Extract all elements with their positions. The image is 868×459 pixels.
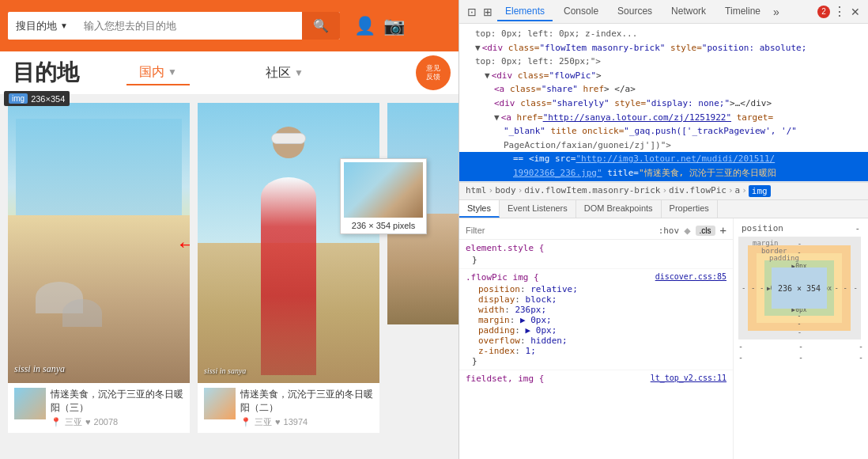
box-minus-row-2: - - - — [738, 353, 863, 362]
tab-elements[interactable]: Elements — [497, 2, 553, 21]
img-preview-box — [344, 162, 423, 218]
hov-button[interactable]: :hov — [659, 226, 680, 236]
css-panel: :hov ◆ .cls + element.style { } .flowPic… — [459, 218, 734, 459]
tab-dom-breakpoints[interactable]: DOM Breakpoints — [576, 200, 662, 218]
box-content-layer: 236 × 354 — [772, 267, 827, 309]
top-bar: 搜目的地 ▼ 🔍 👤 📷 — [0, 0, 459, 51]
tab-console[interactable]: Console — [556, 2, 606, 21]
tab-styles[interactable]: Styles — [459, 200, 500, 218]
margin-right: - — [843, 284, 847, 292]
card-title-1: 情迷美食，沉沦于三亚的冬日暖阳（三） — [51, 388, 183, 415]
search-button[interactable]: 🔍 — [302, 12, 340, 40]
position-minus: - — [855, 223, 860, 233]
card-info-1: 情迷美食，沉沦于三亚的冬日暖阳（三） 📍 三亚 ♥ 20078 — [8, 383, 190, 433]
padding-label: padding — [769, 254, 799, 262]
css-rule-flowpic: .flowPic img { discover.css:85 position:… — [459, 269, 733, 370]
card-info-2: 情迷美食，沉沦于三亚的冬日暖阳（二） 📍 三亚 ♥ 13974 — [198, 383, 379, 433]
camera-icon[interactable]: 📷 — [383, 16, 405, 36]
bc-div1[interactable]: div.flowItem.masonry-brick — [524, 185, 660, 197]
card-thumb-2 — [204, 388, 236, 419]
css-rule-fieldset: fieldset, img { lt_top_v2.css:11 — [459, 370, 733, 387]
position-left: - — [742, 284, 745, 292]
tab-network[interactable]: Network — [663, 2, 714, 21]
like-icon-2: ♥ — [275, 417, 281, 427]
devtools-menu-icon[interactable]: ⋮ — [833, 4, 846, 19]
chevron-down-icon-2: ▼ — [294, 67, 304, 78]
box-minus-row-1: - - - — [738, 342, 863, 351]
devtools-icon-1[interactable]: ⊡ — [466, 4, 478, 20]
styles-body: :hov ◆ .cls + element.style { } .flowPic… — [459, 218, 868, 459]
top-icons: 👤 📷 — [354, 16, 405, 36]
cls-button[interactable]: .cls — [696, 226, 715, 236]
nav-bar: 目的地 国内 ▼ 社区 ▼ 意见 反馈 — [0, 51, 459, 95]
tab-event-listeners[interactable]: Event Listeners — [500, 200, 576, 218]
css-prop: z-index: 1; — [466, 346, 726, 356]
feedback-button[interactable]: 意见 反馈 — [416, 55, 451, 90]
search-input[interactable] — [76, 13, 302, 38]
box-model-container: - - - - margin - - - - border - - — [738, 237, 861, 340]
devtools-icon-2[interactable]: ⊞ — [481, 4, 494, 20]
img-preview-tooltip: 236 × 354 pixels — [340, 158, 427, 234]
watermark-1: sissi in sanya — [14, 363, 65, 375]
margin-left: - — [751, 284, 755, 292]
nav-item-shequ[interactable]: 社区 ▼ — [253, 62, 316, 85]
bc-html[interactable]: html — [466, 185, 487, 197]
tab-timeline[interactable]: Timeline — [717, 2, 768, 21]
red-arrow: ← — [175, 232, 190, 257]
image-card-2[interactable]: sissi in sanya 情迷美食，沉沦于三亚的冬日暖阳（二） 📍 三亚 ♥… — [198, 103, 379, 433]
position-label: position — [742, 223, 783, 233]
styles-tabs: Styles Event Listeners DOM Breakpoints P… — [459, 200, 868, 218]
bc-div2[interactable]: div.flowPic — [669, 185, 726, 197]
page-title: 目的地 — [13, 58, 79, 88]
css-rule-element-style: element.style { } — [459, 240, 733, 269]
bc-img[interactable]: img — [749, 185, 771, 197]
img-tooltip: img 236×354 — [4, 91, 70, 106]
add-style-icon[interactable]: + — [720, 224, 726, 237]
nav-item-guonei[interactable]: 国内 ▼ — [126, 61, 190, 85]
image-column-2: sissi in sanya 情迷美食，沉沦于三亚的冬日暖阳（二） 📍 三亚 ♥… — [198, 103, 379, 443]
card-meta-2: 📍 三亚 ♥ 13974 — [240, 416, 373, 428]
more-tabs-icon[interactable]: » — [772, 4, 781, 20]
css-prop: display: block; — [466, 294, 726, 305]
tab-properties[interactable]: Properties — [662, 200, 718, 218]
box-model-header: position - — [738, 223, 863, 233]
tree-line: ▼<div class="flowItem masonry-brick" sty… — [459, 41, 868, 55]
tree-line-highlighted-2: 19902366_236.jpg" title="情迷美食, 沉沦于三亚的冬日暖… — [459, 166, 868, 180]
filter-icon-1[interactable]: ◆ — [684, 224, 690, 237]
box-model-panel: position - - - - - margin - - - - — [734, 218, 868, 459]
image-column-3: qingruani... — [387, 103, 459, 443]
border-right: - — [835, 284, 839, 292]
css-prop: position: relative; — [466, 284, 726, 294]
tree-line: ▼<div class="flowPic"> — [459, 69, 868, 83]
css-closing-1: } — [466, 255, 726, 265]
user-icon[interactable]: 👤 — [354, 16, 376, 36]
tree-line-highlighted: == <img src="http://img3.lotour.net/mudi… — [459, 152, 868, 166]
left-panel: 搜目的地 ▼ 🔍 👤 📷 目的地 国内 ▼ 社区 ▼ 意见 反馈 img — [0, 0, 459, 459]
tree-line: ▼<a href="http://sanya.lotour.com/zj/125… — [459, 111, 868, 125]
card-image-2: sissi in sanya — [198, 103, 379, 383]
devtools-close-icon[interactable]: ✕ — [849, 4, 862, 20]
location-icon-1: 📍 — [51, 417, 62, 427]
css-file-link-2[interactable]: lt_top_v2.css:11 — [651, 374, 726, 382]
css-prop: margin: ▶ 0px; — [466, 315, 726, 325]
card-image-1: sissi in sanya ← — [8, 103, 190, 383]
chevron-down-icon: ▼ — [168, 66, 177, 78]
location-icon-2: 📍 — [240, 417, 251, 427]
css-closing-2: } — [466, 356, 726, 366]
css-prop: width: 236px; — [466, 305, 726, 315]
card-thumb-1 — [14, 388, 46, 419]
tab-sources[interactable]: Sources — [609, 2, 660, 21]
image-column-1: sissi in sanya ← 情迷美食，沉沦于三亚的冬日暖阳（三） 📍 三亚… — [8, 103, 190, 443]
css-file-link-1[interactable]: discover.css:85 — [655, 272, 726, 281]
tree-line: top: 0px; left: 250px;"> — [459, 55, 868, 69]
bc-body[interactable]: body — [495, 185, 516, 197]
bc-a[interactable]: a — [735, 185, 741, 197]
filter-bar: :hov ◆ .cls + — [459, 222, 733, 240]
tree-line: top: 0px; left: 0px; z-index... — [459, 27, 868, 41]
tree-line: "_blank" title onclick="_gaq.push(['_tra… — [459, 124, 868, 138]
error-badge: 2 — [817, 6, 830, 18]
position-right: - — [854, 284, 858, 292]
image-card-1[interactable]: sissi in sanya ← 情迷美食，沉沦于三亚的冬日暖阳（三） 📍 三亚… — [8, 103, 190, 433]
search-dropdown[interactable]: 搜目的地 ▼ — [8, 13, 76, 40]
filter-input[interactable] — [466, 226, 654, 235]
